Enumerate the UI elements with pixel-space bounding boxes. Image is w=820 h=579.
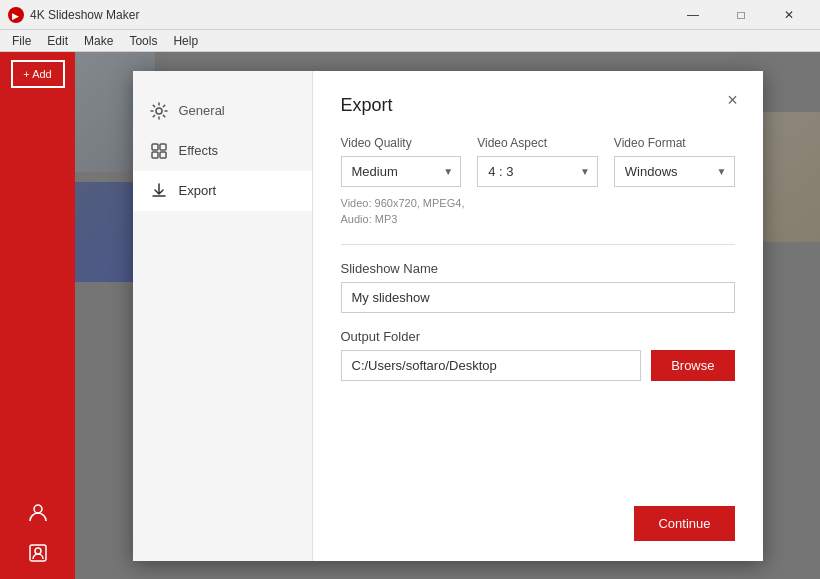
left-toolbar: + Add — [0, 52, 75, 579]
menu-bar: File Edit Make Tools Help — [0, 30, 820, 52]
svg-point-4 — [156, 108, 162, 114]
export-icon — [149, 181, 169, 201]
menu-tools[interactable]: Tools — [121, 32, 165, 50]
svg-point-3 — [35, 548, 41, 554]
maximize-button[interactable]: □ — [718, 0, 764, 30]
sidebar-item-export[interactable]: Export — [133, 171, 312, 211]
export-label: Export — [179, 183, 217, 198]
app-body: + Add — [0, 52, 820, 579]
modal-close-button[interactable]: × — [719, 87, 747, 115]
svg-rect-6 — [160, 144, 166, 150]
video-format-label: Video Format — [614, 136, 735, 150]
title-bar: ▶ 4K Slideshow Maker — □ ✕ — [0, 0, 820, 30]
svg-point-1 — [34, 505, 42, 513]
video-aspect-group: Video Aspect 4 : 3 16 : 9 1 : 1 ▼ — [477, 136, 598, 187]
video-quality-select-wrapper: Low Medium High Ultra ▼ — [341, 156, 462, 187]
person-icon-button[interactable] — [22, 537, 54, 569]
output-folder-input[interactable] — [341, 350, 642, 381]
video-aspect-select-wrapper: 4 : 3 16 : 9 1 : 1 ▼ — [477, 156, 598, 187]
video-format-select[interactable]: Windows Mac Android iPhone — [614, 156, 735, 187]
menu-make[interactable]: Make — [76, 32, 121, 50]
slideshow-name-input[interactable] — [341, 282, 735, 313]
hint-line1: Video: 960x720, MPEG4, — [341, 197, 465, 209]
export-modal: General Effects — [133, 71, 763, 561]
continue-button[interactable]: Continue — [634, 506, 734, 541]
menu-edit[interactable]: Edit — [39, 32, 76, 50]
modal-sidebar: General Effects — [133, 71, 313, 561]
sidebar-item-effects[interactable]: Effects — [133, 131, 312, 171]
hint-line2: Audio: MP3 — [341, 213, 398, 225]
general-label: General — [179, 103, 225, 118]
close-button[interactable]: ✕ — [766, 0, 812, 30]
output-folder-row: Browse — [341, 350, 735, 381]
video-aspect-label: Video Aspect — [477, 136, 598, 150]
user-icon-button[interactable] — [22, 497, 54, 529]
modal-overlay: General Effects — [75, 52, 820, 579]
modal-title: Export — [341, 95, 735, 116]
svg-rect-5 — [152, 144, 158, 150]
browse-button[interactable]: Browse — [651, 350, 734, 381]
video-hint: Video: 960x720, MPEG4, Audio: MP3 — [341, 195, 735, 228]
modal-main-content: Export × Video Quality Low Medium High — [313, 71, 763, 561]
sidebar-item-general[interactable]: General — [133, 91, 312, 131]
modal-footer: Continue — [634, 506, 734, 541]
app-title: 4K Slideshow Maker — [30, 8, 670, 22]
video-settings-row: Video Quality Low Medium High Ultra ▼ — [341, 136, 735, 187]
video-aspect-select[interactable]: 4 : 3 16 : 9 1 : 1 — [477, 156, 598, 187]
menu-help[interactable]: Help — [165, 32, 206, 50]
slideshow-name-label: Slideshow Name — [341, 261, 735, 276]
content-area: General Effects — [75, 52, 820, 579]
window-controls: — □ ✕ — [670, 0, 812, 30]
add-button[interactable]: + Add — [11, 60, 65, 88]
minimize-button[interactable]: — — [670, 0, 716, 30]
video-format-select-wrapper: Windows Mac Android iPhone ▼ — [614, 156, 735, 187]
effects-label: Effects — [179, 143, 219, 158]
svg-rect-8 — [160, 152, 166, 158]
video-format-group: Video Format Windows Mac Android iPhone … — [614, 136, 735, 187]
svg-text:▶: ▶ — [12, 11, 19, 20]
effects-icon — [149, 141, 169, 161]
divider — [341, 244, 735, 245]
app-icon: ▶ — [8, 7, 24, 23]
output-folder-label: Output Folder — [341, 329, 735, 344]
general-icon — [149, 101, 169, 121]
svg-rect-7 — [152, 152, 158, 158]
video-quality-label: Video Quality — [341, 136, 462, 150]
video-quality-select[interactable]: Low Medium High Ultra — [341, 156, 462, 187]
video-quality-group: Video Quality Low Medium High Ultra ▼ — [341, 136, 462, 187]
menu-file[interactable]: File — [4, 32, 39, 50]
